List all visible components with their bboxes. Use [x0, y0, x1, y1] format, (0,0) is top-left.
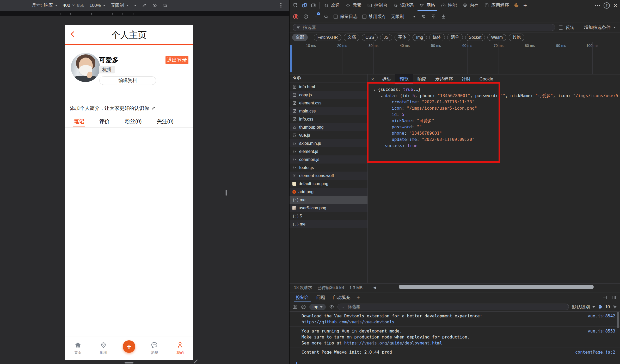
zoom-select[interactable]: 100% [89, 3, 105, 8]
dock-side-icon[interactable] [311, 3, 316, 8]
profile-tab-笔记[interactable]: 笔记 [74, 116, 84, 127]
name-column-header[interactable]: 名称 [290, 74, 367, 83]
devtools-tab-wifi[interactable]: 网络 [416, 0, 438, 11]
request-row[interactable]: vue.js [290, 131, 367, 139]
filter-pill[interactable]: 清单 [447, 34, 463, 41]
json-line[interactable]: createTime: "2022-01-07T16:11:33" [371, 99, 620, 105]
request-row[interactable]: {:}me [290, 196, 367, 204]
console-prompt[interactable]: › [290, 357, 620, 364]
devtools-tab-gauge[interactable]: 性能 [438, 0, 460, 11]
avatar[interactable] [71, 53, 100, 82]
height-field[interactable]: 856 [77, 3, 84, 8]
edit-profile-button[interactable]: 编辑资料 [99, 76, 156, 85]
add-drawer-tab-button[interactable]: + [354, 294, 363, 301]
json-line[interactable]: ▶{success: true,…} [371, 86, 620, 93]
detail-tab-计时[interactable]: 计时 [457, 74, 475, 84]
json-line[interactable]: success: true [371, 143, 620, 149]
filter-pill[interactable]: Fetch/XHR [314, 34, 341, 41]
execution-context-select[interactable]: top [309, 304, 326, 310]
network-filter-input[interactable]: 筛选器 [293, 24, 555, 31]
filter-pill[interactable]: 字体 [395, 34, 410, 41]
disclosure-arrow-icon[interactable]: ▶ [381, 93, 385, 99]
detail-tab-Cookie[interactable]: Cookie [475, 74, 498, 84]
scrollbar-left-arrow[interactable]: ◀ [373, 285, 376, 290]
nav-item-地图[interactable]: 地图 [94, 341, 113, 355]
more-filters-button[interactable]: 增加筛选条件 [584, 24, 611, 30]
clear-console-icon[interactable] [301, 304, 306, 310]
filter-pill[interactable]: 文档 [344, 34, 359, 41]
eye-icon[interactable] [152, 3, 157, 8]
devtools-tab-chip[interactable]: 内存 [460, 0, 481, 11]
add-post-button[interactable]: + [123, 340, 135, 353]
filter-pill[interactable]: Socket [465, 34, 485, 41]
filter-pill[interactable]: CSS [362, 34, 378, 41]
more-tabs-button[interactable]: + [521, 1, 530, 10]
live-expression-icon[interactable] [329, 304, 334, 310]
request-row[interactable]: main.css [290, 107, 367, 115]
dock-right-icon[interactable] [611, 295, 616, 300]
request-row[interactable]: element.js [290, 147, 367, 155]
network-throttling-select[interactable]: 无限制 [391, 14, 416, 20]
request-row[interactable]: info.css [290, 115, 367, 123]
dimensions-select[interactable]: 尺寸: 响应 [32, 2, 58, 8]
import-har-icon[interactable] [431, 14, 436, 19]
json-line[interactable]: password: "" [371, 124, 620, 130]
log-level-select[interactable]: 默认级别 [572, 304, 590, 310]
request-row[interactable]: copy.js [290, 91, 367, 99]
viewport-height-handle[interactable] [125, 362, 133, 363]
detail-tab-响应[interactable]: 响应 [413, 74, 431, 84]
frame-icon[interactable] [162, 3, 167, 8]
network-overview-timeline[interactable]: 10 ms20 ms30 ms40 ms50 ms60 ms70 ms80 ms… [290, 42, 620, 74]
nav-item-add[interactable]: + [120, 342, 138, 354]
filter-pill[interactable]: Img [413, 34, 427, 41]
throttling-select[interactable]: 无限制 [111, 2, 129, 8]
filter-pill[interactable]: 其他 [509, 34, 524, 41]
profile-tab-粉丝(0)[interactable]: 粉丝(0) [125, 116, 142, 127]
json-line[interactable]: nickName: "可爱多" [371, 118, 620, 124]
request-row[interactable]: axios.min.js [290, 139, 367, 147]
viewport-width-handle[interactable] [224, 189, 228, 197]
network-conditions-icon[interactable] [420, 14, 426, 19]
horizontal-scrollbar-thumb[interactable] [399, 285, 594, 289]
drawer-tab-控制台[interactable]: 控制台 [292, 292, 313, 302]
profile-tab-关注(0)[interactable]: 关注(0) [157, 116, 173, 127]
console-scrollbar-thumb[interactable] [617, 312, 619, 328]
export-har-icon[interactable] [441, 14, 446, 19]
dock-bottom-icon[interactable] [602, 295, 607, 300]
request-row[interactable]: info.html [290, 83, 367, 91]
disable-cache-checkbox[interactable] [362, 15, 366, 19]
request-row[interactable]: add.png [290, 188, 367, 196]
chevron-down-icon[interactable] [134, 5, 137, 8]
devtools-tab-code[interactable]: 元素 [343, 0, 364, 11]
console-link[interactable]: https://github.com/vuejs/vue-devtools [302, 319, 394, 324]
filter-toggle-icon[interactable]: × [313, 13, 319, 20]
pen-icon[interactable] [142, 3, 147, 8]
bio-row[interactable]: 添加个人简介，让大家更好的认识你 [70, 105, 156, 112]
preserve-log-checkbox[interactable] [334, 15, 338, 19]
message-bubble-icon[interactable] [598, 304, 603, 309]
devtools-menu-icon[interactable] [595, 5, 600, 6]
detail-tab-预览[interactable]: 预览 [395, 74, 413, 84]
filter-pill[interactable]: 全部 [292, 34, 308, 41]
json-line[interactable]: id: 5 [371, 111, 620, 118]
viewport-corner-handle[interactable] [194, 359, 198, 363]
width-field[interactable]: 400 [63, 3, 70, 8]
detail-tab-发起程序[interactable]: 发起程序 [431, 74, 457, 84]
source-link[interactable]: contentPage.js:2 [575, 349, 615, 355]
request-row[interactable]: element-icons.woff [290, 172, 367, 180]
devtools-tab-bug[interactable]: 源代码 [390, 0, 416, 11]
request-row[interactable]: footer.js [290, 164, 367, 172]
request-row[interactable]: common.js [290, 155, 367, 164]
json-line[interactable]: updateTime: "2022-03-11T09:09:20" [371, 136, 620, 143]
request-row[interactable]: user5-icon.png [290, 204, 367, 212]
drawer-tab-自动填充[interactable]: 自动填充 [329, 292, 354, 302]
source-link[interactable]: vue.js:8542 [588, 313, 615, 319]
device-toolbar-toggle-icon[interactable] [302, 3, 307, 8]
close-detail-icon[interactable]: × [368, 76, 378, 82]
source-link[interactable]: vue.js:8553 [588, 328, 615, 334]
devtools-tab-appwindow[interactable]: 应用程序 [481, 0, 512, 11]
cookie-extension-icon[interactable] [514, 3, 519, 8]
nav-item-首页[interactable]: 首页 [69, 341, 87, 355]
request-row[interactable]: element.css [290, 99, 367, 107]
devtools-tab-terminal[interactable]: 控制台 [364, 0, 390, 11]
